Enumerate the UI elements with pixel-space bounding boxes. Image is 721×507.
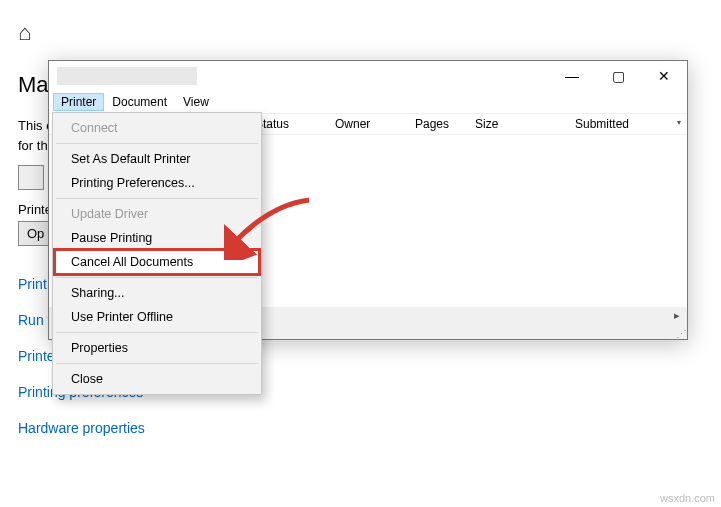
printer-menu-dropdown: Connect Set As Default Printer Printing … <box>52 112 262 395</box>
scroll-right-arrow-icon[interactable]: ▸ <box>669 309 685 322</box>
titlebar[interactable]: — ▢ ✕ <box>49 61 687 91</box>
window-controls: — ▢ ✕ <box>549 61 687 91</box>
link-hardware-properties[interactable]: Hardware properties <box>18 420 703 436</box>
menu-item-set-default[interactable]: Set As Default Printer <box>55 147 259 171</box>
menu-separator <box>56 363 258 364</box>
close-button[interactable]: ✕ <box>641 61 687 91</box>
bg-button[interactable] <box>18 165 44 190</box>
sort-indicator-icon: ▾ <box>677 118 681 127</box>
menu-separator <box>56 332 258 333</box>
menu-item-update-driver: Update Driver <box>55 202 259 226</box>
menu-item-pause-printing[interactable]: Pause Printing <box>55 226 259 250</box>
home-icon[interactable]: ⌂ <box>18 20 703 46</box>
menu-view[interactable]: View <box>175 93 217 111</box>
resize-grip-icon[interactable]: ⋰ <box>676 331 685 337</box>
col-pages[interactable]: Pages <box>409 114 469 134</box>
col-submitted[interactable]: Submitted▾ <box>569 114 687 134</box>
window-title <box>57 67 197 85</box>
menu-separator <box>56 198 258 199</box>
menu-printer[interactable]: Printer <box>53 93 104 111</box>
col-owner[interactable]: Owner <box>329 114 409 134</box>
menu-item-connect: Connect <box>55 116 259 140</box>
col-size[interactable]: Size <box>469 114 569 134</box>
watermark: wsxdn.com <box>660 492 715 504</box>
menubar: Printer Document View <box>49 91 687 113</box>
menu-item-properties[interactable]: Properties <box>55 336 259 360</box>
col-submitted-label: Submitted <box>575 117 629 131</box>
maximize-button[interactable]: ▢ <box>595 61 641 91</box>
desc-line-2: for th <box>18 138 48 153</box>
menu-document[interactable]: Document <box>104 93 175 111</box>
menu-item-close[interactable]: Close <box>55 367 259 391</box>
menu-item-sharing[interactable]: Sharing... <box>55 281 259 305</box>
menu-item-use-offline[interactable]: Use Printer Offline <box>55 305 259 329</box>
menu-item-printing-preferences[interactable]: Printing Preferences... <box>55 171 259 195</box>
minimize-button[interactable]: — <box>549 61 595 91</box>
menu-separator <box>56 277 258 278</box>
menu-separator <box>56 143 258 144</box>
menu-item-cancel-all-documents[interactable]: Cancel All Documents <box>55 250 259 274</box>
